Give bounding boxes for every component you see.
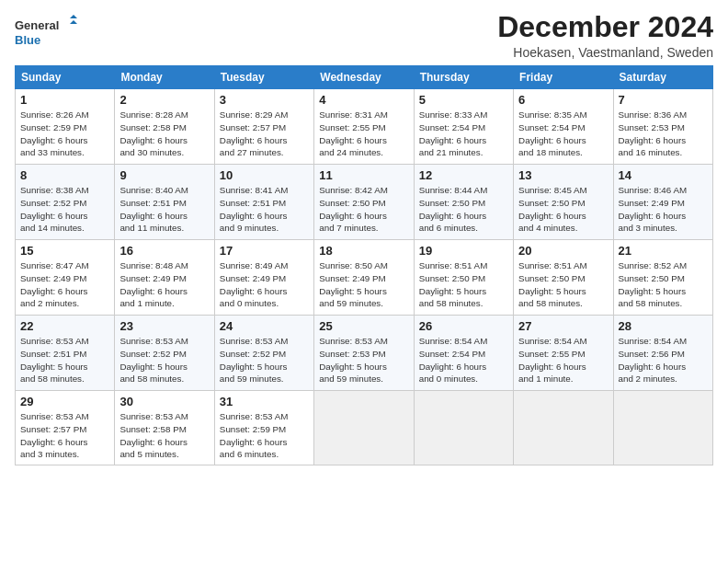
svg-marker-3 — [70, 20, 77, 24]
day-number: 9 — [119, 168, 209, 182]
day-info: Sunrise: 8:38 AM Sunset: 2:52 PM Dayligh… — [20, 184, 109, 235]
day-info: Sunrise: 8:50 AM Sunset: 2:49 PM Dayligh… — [319, 259, 408, 310]
day-info: Sunrise: 8:49 AM Sunset: 2:49 PM Dayligh… — [220, 259, 309, 310]
day-info: Sunrise: 8:53 AM Sunset: 2:51 PM Dayligh… — [20, 335, 109, 385]
calendar-week-row: 1Sunrise: 8:26 AM Sunset: 2:59 PM Daylig… — [16, 89, 713, 165]
day-number: 8 — [20, 168, 109, 182]
calendar-cell: 5Sunrise: 8:33 AM Sunset: 2:54 PM Daylig… — [414, 89, 513, 165]
day-number: 16 — [119, 244, 209, 258]
day-info: Sunrise: 8:36 AM Sunset: 2:53 PM Dayligh… — [619, 109, 708, 159]
day-number: 31 — [220, 395, 309, 408]
day-info: Sunrise: 8:47 AM Sunset: 2:49 PM Dayligh… — [20, 259, 109, 310]
calendar-cell: 24Sunrise: 8:53 AM Sunset: 2:52 PM Dayli… — [214, 316, 313, 391]
header: General Blue December 2024 Hoekasen, Vae… — [15, 11, 713, 60]
calendar-header-row: SundayMondayTuesdayWednesdayThursdayFrid… — [16, 66, 713, 89]
day-info: Sunrise: 8:52 AM Sunset: 2:50 PM Dayligh… — [619, 259, 708, 310]
weekday-header: Wednesday — [314, 66, 414, 89]
day-number: 7 — [619, 93, 708, 107]
day-info: Sunrise: 8:28 AM Sunset: 2:58 PM Dayligh… — [119, 109, 209, 159]
calendar-cell: 4Sunrise: 8:31 AM Sunset: 2:55 PM Daylig… — [314, 89, 414, 165]
day-number: 17 — [220, 244, 309, 258]
day-number: 20 — [518, 244, 608, 258]
weekday-header: Thursday — [414, 66, 513, 89]
day-number: 26 — [419, 319, 508, 333]
calendar-cell: 23Sunrise: 8:53 AM Sunset: 2:52 PM Dayli… — [115, 316, 214, 391]
day-info: Sunrise: 8:40 AM Sunset: 2:51 PM Dayligh… — [119, 184, 209, 235]
calendar-cell: 27Sunrise: 8:54 AM Sunset: 2:55 PM Dayli… — [514, 316, 613, 391]
calendar-cell: 9Sunrise: 8:40 AM Sunset: 2:51 PM Daylig… — [115, 165, 214, 240]
day-info: Sunrise: 8:44 AM Sunset: 2:50 PM Dayligh… — [419, 184, 508, 235]
month-title: December 2024 — [497, 11, 713, 43]
day-info: Sunrise: 8:51 AM Sunset: 2:50 PM Dayligh… — [419, 259, 508, 310]
calendar-cell: 13Sunrise: 8:45 AM Sunset: 2:50 PM Dayli… — [514, 165, 613, 240]
calendar-cell: 21Sunrise: 8:52 AM Sunset: 2:50 PM Dayli… — [613, 240, 712, 316]
calendar-cell: 14Sunrise: 8:46 AM Sunset: 2:49 PM Dayli… — [613, 165, 712, 240]
calendar-cell: 1Sunrise: 8:26 AM Sunset: 2:59 PM Daylig… — [16, 89, 115, 165]
day-number: 19 — [419, 244, 508, 258]
day-info: Sunrise: 8:26 AM Sunset: 2:59 PM Dayligh… — [20, 109, 109, 159]
calendar-week-row: 8Sunrise: 8:38 AM Sunset: 2:52 PM Daylig… — [16, 165, 713, 240]
calendar-table: SundayMondayTuesdayWednesdayThursdayFrid… — [15, 65, 713, 465]
calendar-cell: 12Sunrise: 8:44 AM Sunset: 2:50 PM Dayli… — [414, 165, 513, 240]
calendar-cell: 22Sunrise: 8:53 AM Sunset: 2:51 PM Dayli… — [16, 316, 115, 391]
day-info: Sunrise: 8:29 AM Sunset: 2:57 PM Dayligh… — [220, 109, 309, 159]
day-info: Sunrise: 8:45 AM Sunset: 2:50 PM Dayligh… — [518, 184, 608, 235]
svg-text:Blue: Blue — [15, 33, 40, 47]
day-number: 15 — [20, 244, 109, 258]
calendar-cell — [314, 391, 414, 465]
calendar-cell: 16Sunrise: 8:48 AM Sunset: 2:49 PM Dayli… — [115, 240, 214, 316]
day-number: 14 — [619, 168, 708, 182]
day-info: Sunrise: 8:53 AM Sunset: 2:57 PM Dayligh… — [20, 410, 109, 461]
calendar-cell — [414, 391, 513, 465]
day-number: 23 — [119, 319, 209, 333]
day-number: 27 — [518, 319, 608, 333]
calendar-cell: 26Sunrise: 8:54 AM Sunset: 2:54 PM Dayli… — [414, 316, 513, 391]
calendar-cell — [613, 391, 712, 465]
day-info: Sunrise: 8:51 AM Sunset: 2:50 PM Dayligh… — [518, 259, 608, 310]
day-number: 11 — [319, 168, 408, 182]
calendar-cell: 29Sunrise: 8:53 AM Sunset: 2:57 PM Dayli… — [16, 391, 115, 465]
day-number: 28 — [619, 319, 708, 333]
day-number: 1 — [20, 93, 109, 107]
calendar-week-row: 22Sunrise: 8:53 AM Sunset: 2:51 PM Dayli… — [16, 316, 713, 391]
day-info: Sunrise: 8:53 AM Sunset: 2:53 PM Dayligh… — [319, 335, 408, 385]
day-info: Sunrise: 8:54 AM Sunset: 2:55 PM Dayligh… — [518, 335, 608, 385]
weekday-header: Saturday — [613, 66, 712, 89]
day-info: Sunrise: 8:53 AM Sunset: 2:52 PM Dayligh… — [220, 335, 309, 385]
title-area: December 2024 Hoekasen, Vaestmanland, Sw… — [497, 11, 713, 60]
calendar-cell: 2Sunrise: 8:28 AM Sunset: 2:58 PM Daylig… — [115, 89, 214, 165]
calendar-cell: 20Sunrise: 8:51 AM Sunset: 2:50 PM Dayli… — [514, 240, 613, 316]
page: General Blue December 2024 Hoekasen, Vae… — [0, 0, 728, 473]
day-info: Sunrise: 8:54 AM Sunset: 2:54 PM Dayligh… — [419, 335, 508, 385]
calendar-cell: 28Sunrise: 8:54 AM Sunset: 2:56 PM Dayli… — [613, 316, 712, 391]
day-number: 2 — [119, 93, 209, 107]
calendar-cell: 11Sunrise: 8:42 AM Sunset: 2:50 PM Dayli… — [314, 165, 414, 240]
day-info: Sunrise: 8:41 AM Sunset: 2:51 PM Dayligh… — [220, 184, 309, 235]
day-info: Sunrise: 8:35 AM Sunset: 2:54 PM Dayligh… — [518, 109, 608, 159]
day-number: 6 — [518, 93, 608, 107]
day-number: 18 — [319, 244, 408, 258]
weekday-header: Monday — [115, 66, 214, 89]
calendar-cell: 3Sunrise: 8:29 AM Sunset: 2:57 PM Daylig… — [214, 89, 313, 165]
day-info: Sunrise: 8:33 AM Sunset: 2:54 PM Dayligh… — [419, 109, 508, 159]
calendar-cell: 31Sunrise: 8:53 AM Sunset: 2:59 PM Dayli… — [214, 391, 313, 465]
svg-marker-2 — [70, 15, 77, 18]
calendar-cell: 8Sunrise: 8:38 AM Sunset: 2:52 PM Daylig… — [16, 165, 115, 240]
day-number: 25 — [319, 319, 408, 333]
svg-text:General: General — [15, 18, 59, 32]
logo: General Blue — [15, 15, 79, 50]
calendar-cell: 10Sunrise: 8:41 AM Sunset: 2:51 PM Dayli… — [214, 165, 313, 240]
day-number: 12 — [419, 168, 508, 182]
day-info: Sunrise: 8:53 AM Sunset: 2:52 PM Dayligh… — [119, 335, 209, 385]
weekday-header: Tuesday — [214, 66, 313, 89]
calendar-cell: 18Sunrise: 8:50 AM Sunset: 2:49 PM Dayli… — [314, 240, 414, 316]
calendar-cell: 30Sunrise: 8:53 AM Sunset: 2:58 PM Dayli… — [115, 391, 214, 465]
day-number: 3 — [220, 93, 309, 107]
day-info: Sunrise: 8:48 AM Sunset: 2:49 PM Dayligh… — [119, 259, 209, 310]
day-info: Sunrise: 8:53 AM Sunset: 2:59 PM Dayligh… — [220, 410, 309, 461]
day-info: Sunrise: 8:42 AM Sunset: 2:50 PM Dayligh… — [319, 184, 408, 235]
day-number: 22 — [20, 319, 109, 333]
calendar-body: 1Sunrise: 8:26 AM Sunset: 2:59 PM Daylig… — [16, 89, 713, 465]
weekday-header: Sunday — [16, 66, 115, 89]
day-number: 30 — [119, 395, 209, 408]
